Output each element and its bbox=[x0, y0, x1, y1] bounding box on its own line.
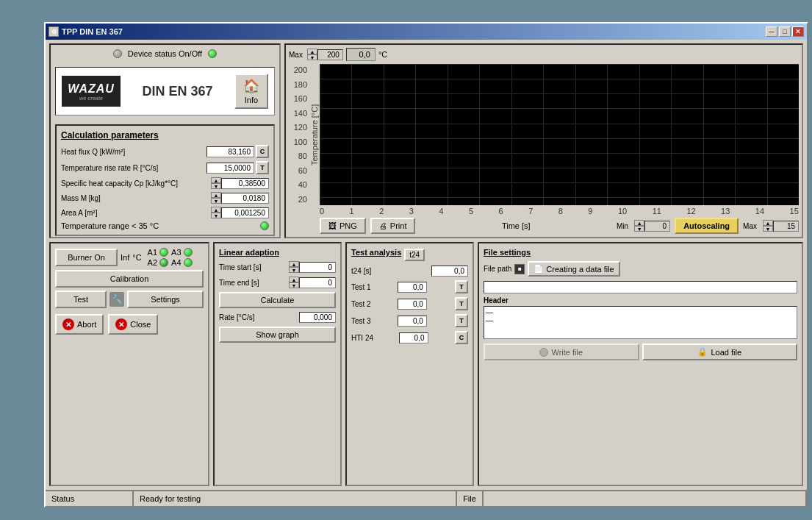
device-on-led bbox=[208, 49, 217, 58]
calibration-button[interactable]: Calibration bbox=[55, 270, 204, 288]
logo: WAZAU we create bbox=[62, 76, 121, 107]
area-spin-down[interactable]: ▼ bbox=[211, 213, 221, 218]
param-row-area: Area A [m²] ▲ ▼ bbox=[61, 207, 269, 218]
close-window-button[interactable]: ✕ bbox=[792, 26, 804, 37]
chart-canvas bbox=[320, 64, 799, 205]
print-button[interactable]: 🖨 Print bbox=[370, 218, 416, 234]
rate-label: Rate [°C/s] bbox=[219, 313, 254, 321]
test3-label: Test 3 bbox=[351, 317, 371, 325]
write-file-button[interactable]: Write file bbox=[484, 343, 639, 360]
test-button[interactable]: Test bbox=[55, 291, 107, 308]
x-axis-label: Time [s] bbox=[420, 221, 612, 230]
time-end-up[interactable]: ▲ bbox=[289, 277, 299, 282]
area-spinner[interactable]: ▲ ▼ bbox=[211, 207, 221, 218]
create-file-button[interactable]: 📄 Creating a data file bbox=[528, 261, 619, 277]
time-end-down[interactable]: ▼ bbox=[289, 282, 299, 288]
header-label: Header bbox=[484, 296, 797, 304]
hti24-input[interactable] bbox=[399, 332, 428, 343]
cp-spin-down[interactable]: ▼ bbox=[211, 183, 221, 189]
time-end-spinner[interactable]: ▲ ▼ bbox=[289, 277, 299, 288]
settings-row: Test 🔧 Settings bbox=[55, 291, 204, 308]
close-button[interactable]: ✕ Close bbox=[108, 314, 158, 335]
info-label: Info bbox=[245, 96, 258, 104]
test1-t-button[interactable]: T bbox=[455, 280, 468, 293]
max-spin-up[interactable]: ▲ bbox=[307, 49, 317, 54]
test2-t-button[interactable]: T bbox=[455, 297, 468, 310]
burner-button[interactable]: Burner On bbox=[55, 249, 118, 266]
test3-t-button[interactable]: T bbox=[455, 314, 468, 327]
param-row-mass: Mass M [kg] ▲ ▼ bbox=[61, 192, 269, 204]
t24-input[interactable] bbox=[431, 266, 468, 277]
maximize-button[interactable]: □ bbox=[779, 26, 791, 37]
mass-spin-up[interactable]: ▲ bbox=[211, 192, 221, 198]
rate-input[interactable] bbox=[299, 312, 336, 323]
mass-label: Mass M [kg] bbox=[61, 194, 209, 202]
heatflux-c-button[interactable]: C bbox=[256, 145, 269, 158]
max-right-value: 15 bbox=[773, 221, 799, 232]
time-start-up[interactable]: ▲ bbox=[289, 261, 299, 267]
create-label: Creating a data file bbox=[546, 265, 614, 274]
status-label: Status bbox=[51, 494, 74, 503]
min-spinner[interactable]: ▲ ▼ bbox=[634, 220, 644, 232]
a4-label: A4 bbox=[171, 258, 181, 267]
min-label: Min bbox=[617, 222, 628, 230]
time-start-label: Time start [s] bbox=[219, 263, 261, 271]
mass-spin-down[interactable]: ▼ bbox=[211, 198, 221, 204]
cp-input[interactable] bbox=[221, 178, 269, 189]
max-spinner[interactable]: ▲ ▼ bbox=[307, 49, 317, 60]
mass-spinner[interactable]: ▲ ▼ bbox=[211, 192, 221, 204]
min-spin-up[interactable]: ▲ bbox=[634, 220, 644, 226]
minimize-button[interactable]: ─ bbox=[766, 26, 777, 37]
test1-input[interactable] bbox=[398, 282, 427, 293]
temp-range-row: Temperature range < 35 °C bbox=[61, 221, 269, 230]
max-spin-down[interactable]: ▼ bbox=[307, 54, 317, 60]
file-text-segment bbox=[484, 491, 807, 506]
autoscale-button[interactable]: Autoscaling bbox=[675, 218, 739, 234]
time-start-input[interactable] bbox=[299, 262, 336, 273]
png-button[interactable]: 🖼 PNG bbox=[320, 218, 366, 234]
test2-input[interactable] bbox=[398, 299, 427, 310]
file-path-label: File path bbox=[484, 265, 511, 273]
show-graph-button[interactable]: Show graph bbox=[219, 327, 336, 343]
abort-button[interactable]: ✕ Abort bbox=[55, 314, 104, 335]
area-input[interactable] bbox=[221, 207, 269, 218]
hti24-c-button[interactable]: C bbox=[455, 331, 468, 344]
temprise-t-button[interactable]: T bbox=[256, 161, 269, 174]
mass-input[interactable] bbox=[221, 193, 269, 204]
app-icon: ⚙ bbox=[48, 26, 59, 37]
cp-spinner[interactable]: ▲ ▼ bbox=[211, 177, 221, 189]
load-label: Load file bbox=[711, 348, 741, 357]
temprise-input[interactable] bbox=[206, 163, 254, 174]
info-button[interactable]: 🏠 Info bbox=[234, 74, 268, 109]
time-start-spinner[interactable]: ▲ ▼ bbox=[289, 261, 299, 273]
heatflux-input[interactable] bbox=[206, 146, 254, 157]
a1-row: A1 bbox=[148, 248, 168, 257]
test3-input[interactable] bbox=[398, 316, 427, 327]
cp-label: Specific heat capacity Cp [kJ/kg*°C] bbox=[61, 179, 209, 188]
area-spin-up[interactable]: ▲ bbox=[211, 207, 221, 213]
max-right-spinner[interactable]: ▲ ▼ bbox=[763, 220, 773, 232]
min-spin-down[interactable]: ▼ bbox=[634, 226, 644, 232]
max-right-spin-down[interactable]: ▼ bbox=[763, 226, 773, 232]
cp-spin-up[interactable]: ▲ bbox=[211, 177, 221, 183]
settings-button[interactable]: Settings bbox=[127, 291, 204, 308]
file-label-segment: File bbox=[457, 491, 484, 506]
max-right-spin-up[interactable]: ▲ bbox=[763, 220, 773, 226]
test-title: Test analysis bbox=[351, 248, 401, 257]
file-label: File bbox=[463, 494, 476, 503]
time-start-down[interactable]: ▼ bbox=[289, 267, 299, 273]
load-file-button[interactable]: 🔒 Load file bbox=[642, 343, 798, 360]
hti24-row: HTI 24 C bbox=[351, 331, 468, 344]
home-icon: 🏠 bbox=[243, 78, 259, 94]
heatflux-label: Heat flux Q [kW/m²] bbox=[61, 148, 206, 156]
file-path-input[interactable] bbox=[484, 281, 797, 293]
header-textarea[interactable]: — — bbox=[484, 306, 797, 339]
a2-led bbox=[159, 258, 168, 267]
time-end-input[interactable] bbox=[299, 277, 336, 288]
a1-label: A1 bbox=[148, 248, 157, 257]
chart-max-label: Max bbox=[289, 51, 303, 59]
temp-range-led bbox=[260, 221, 269, 230]
t24-button[interactable]: t24 bbox=[404, 249, 425, 261]
calculate-button[interactable]: Calculate bbox=[219, 292, 336, 308]
test2-label: Test 2 bbox=[351, 300, 371, 308]
